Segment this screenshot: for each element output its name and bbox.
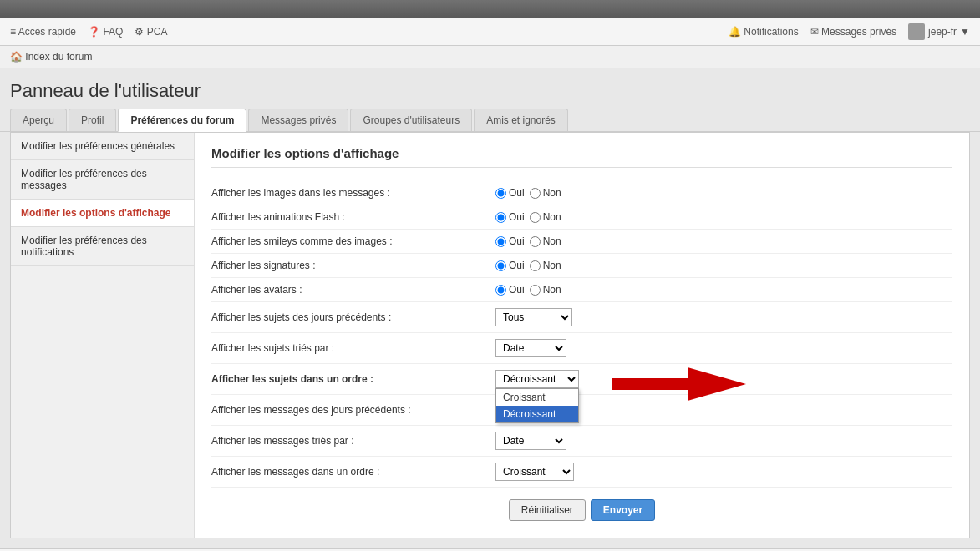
pca-link[interactable]: ⚙ PCA bbox=[135, 26, 167, 38]
tab-apercu[interactable]: Aperçu bbox=[10, 109, 67, 131]
row-avatars: Afficher les avatars : Oui Non bbox=[211, 278, 952, 302]
page-title: Panneau de l'utilisateur bbox=[0, 68, 980, 109]
section-title: Modifier les options d'affichage bbox=[211, 146, 952, 168]
radio-flash-non-label[interactable]: Non bbox=[530, 211, 561, 223]
top-nav-left: ≡ Accès rapide ❓ FAQ ⚙ PCA bbox=[10, 26, 167, 38]
tab-messages-prives[interactable]: Messages privés bbox=[248, 109, 348, 131]
row-images: Afficher les images dans les messages : … bbox=[211, 181, 952, 205]
select-sujets-ordre[interactable]: Croissant Décroissant bbox=[495, 370, 579, 388]
radio-smileys-oui-label[interactable]: Oui bbox=[495, 235, 525, 247]
label-avatars: Afficher les avatars : bbox=[211, 284, 495, 296]
select-sujets-jours-control: Tous 1 jour 7 jours 2 semaines 1 mois 3 … bbox=[495, 308, 572, 326]
messages-prives-link[interactable]: ✉ Messages privés bbox=[810, 26, 896, 38]
select-sujets-ordre-control: Croissant Décroissant Croissant Décroiss… bbox=[495, 370, 579, 388]
row-messages-jours: Afficher les messages des jours précéden… bbox=[211, 395, 952, 426]
form-buttons: Réinitialiser Envoyer bbox=[211, 488, 952, 524]
tab-groupes[interactable]: Groupes d'utilisateurs bbox=[350, 109, 472, 131]
radio-smileys-non-label[interactable]: Non bbox=[530, 235, 561, 247]
avatar bbox=[908, 23, 925, 40]
tab-preferences-forum[interactable]: Préférences du forum bbox=[118, 109, 246, 132]
row-flash: Afficher les animations Flash : Oui Non bbox=[211, 205, 952, 230]
radio-flash-non[interactable] bbox=[530, 212, 541, 223]
select-sujets-jours[interactable]: Tous 1 jour 7 jours 2 semaines 1 mois 3 … bbox=[495, 308, 572, 326]
top-navbar: ≡ Accès rapide ❓ FAQ ⚙ PCA 🔔 Notificatio… bbox=[0, 18, 980, 46]
radio-avatars-non[interactable] bbox=[530, 285, 541, 296]
label-images: Afficher les images dans les messages : bbox=[211, 187, 495, 199]
row-messages-ordre: Afficher les messages dans un ordre : Cr… bbox=[211, 457, 952, 488]
radio-images-non-label[interactable]: Non bbox=[530, 187, 561, 199]
sidebar-item-messages[interactable]: Modifier les préférences des messages bbox=[11, 160, 194, 200]
radio-avatars-oui-label[interactable]: Oui bbox=[495, 284, 525, 296]
breadcrumb: 🏠 Index du forum bbox=[0, 46, 980, 68]
row-messages-tries: Afficher les messages triés par : Date T… bbox=[211, 426, 952, 457]
radio-avatars: Oui Non bbox=[495, 284, 561, 296]
arrow-annotation bbox=[596, 363, 746, 405]
radio-avatars-non-label[interactable]: Non bbox=[530, 284, 561, 296]
select-sujets-tries[interactable]: Date Titre Auteur Réponses Vues bbox=[495, 339, 566, 357]
select-messages-tries-control: Date Titre Auteur Réponses Vues bbox=[495, 432, 566, 450]
user-menu[interactable]: jeep-fr ▼ bbox=[908, 23, 970, 40]
radio-images: Oui Non bbox=[495, 187, 561, 199]
radio-images-oui-label[interactable]: Oui bbox=[495, 187, 525, 199]
banner bbox=[0, 0, 980, 18]
radio-images-oui[interactable] bbox=[495, 188, 506, 199]
main-content: Modifier les préférences générales Modif… bbox=[10, 132, 970, 538]
breadcrumb-home-link[interactable]: Index du forum bbox=[25, 51, 92, 63]
home-icon: 🏠 bbox=[10, 51, 23, 63]
sidebar-item-notifications[interactable]: Modifier les préférences des notificatio… bbox=[11, 227, 194, 266]
top-nav-right: 🔔 Notifications ✉ Messages privés jeep-f… bbox=[729, 23, 970, 40]
radio-signatures-oui-label[interactable]: Oui bbox=[495, 260, 525, 271]
label-messages-jours: Afficher les messages des jours précéden… bbox=[211, 404, 495, 416]
row-sujets-ordre: Afficher les sujets dans un ordre : Croi… bbox=[211, 364, 952, 395]
radio-flash-oui-label[interactable]: Oui bbox=[495, 211, 525, 223]
radio-flash: Oui Non bbox=[495, 211, 561, 223]
quick-access-link[interactable]: ≡ Accès rapide bbox=[10, 26, 76, 38]
radio-avatars-oui[interactable] bbox=[495, 285, 506, 296]
row-sujets-tries: Afficher les sujets triés par : Date Tit… bbox=[211, 333, 952, 364]
banner-image bbox=[0, 0, 980, 18]
reset-button[interactable]: Réinitialiser bbox=[509, 499, 586, 521]
label-sujets-ordre: Afficher les sujets dans un ordre : bbox=[211, 373, 495, 385]
dropdown-sujets-ordre: Croissant Décroissant Croissant Décroiss… bbox=[495, 370, 579, 388]
select-messages-ordre[interactable]: Croissant Décroissant bbox=[495, 463, 574, 481]
submit-button[interactable]: Envoyer bbox=[591, 499, 655, 521]
sidebar-item-affichage[interactable]: Modifier les options d'affichage bbox=[11, 200, 194, 227]
dropdown-option-croissant[interactable]: Croissant bbox=[496, 389, 578, 406]
row-smileys: Afficher les smileys comme des images : … bbox=[211, 230, 952, 254]
question-icon: ❓ bbox=[88, 26, 100, 38]
radio-images-non[interactable] bbox=[530, 188, 541, 199]
tabs-bar: Aperçu Profil Préférences du forum Messa… bbox=[0, 109, 980, 132]
label-smileys: Afficher les smileys comme des images : bbox=[211, 235, 495, 247]
label-signatures: Afficher les signatures : bbox=[211, 260, 495, 271]
label-sujets-tries: Afficher les sujets triés par : bbox=[211, 342, 495, 354]
tab-profil[interactable]: Profil bbox=[69, 109, 116, 131]
dropdown-open-list: Croissant Décroissant bbox=[495, 388, 579, 423]
row-signatures: Afficher les signatures : Oui Non bbox=[211, 254, 952, 278]
radio-signatures-non-label[interactable]: Non bbox=[530, 260, 561, 271]
select-sujets-tries-control: Date Titre Auteur Réponses Vues bbox=[495, 339, 566, 357]
chevron-down-icon: ▼ bbox=[960, 26, 970, 38]
radio-smileys: Oui Non bbox=[495, 235, 561, 247]
label-messages-tries: Afficher les messages triés par : bbox=[211, 435, 495, 447]
label-flash: Afficher les animations Flash : bbox=[211, 211, 495, 223]
content-panel: Modifier les options d'affichage Affiche… bbox=[195, 133, 969, 538]
select-messages-tries[interactable]: Date Titre Auteur Réponses Vues bbox=[495, 432, 566, 450]
sidebar: Modifier les préférences générales Modif… bbox=[11, 133, 195, 538]
tab-amis-ignores[interactable]: Amis et ignorés bbox=[474, 109, 568, 131]
envelope-icon: ✉ bbox=[810, 26, 819, 38]
radio-smileys-oui[interactable] bbox=[495, 236, 506, 247]
row-sujets-jours: Afficher les sujets des jours précédents… bbox=[211, 302, 952, 333]
select-messages-ordre-control: Croissant Décroissant bbox=[495, 463, 574, 481]
label-messages-ordre: Afficher les messages dans un ordre : bbox=[211, 466, 495, 478]
svg-marker-0 bbox=[612, 367, 746, 401]
sidebar-item-general[interactable]: Modifier les préférences générales bbox=[11, 133, 194, 160]
radio-signatures-non[interactable] bbox=[530, 260, 541, 271]
radio-smileys-non[interactable] bbox=[530, 236, 541, 247]
notifications-link[interactable]: 🔔 Notifications bbox=[729, 26, 799, 38]
bell-icon: 🔔 bbox=[729, 26, 741, 38]
dropdown-option-decroissant[interactable]: Décroissant bbox=[496, 406, 578, 422]
radio-flash-oui[interactable] bbox=[495, 212, 506, 223]
faq-link[interactable]: ❓ FAQ bbox=[88, 26, 123, 38]
radio-signatures-oui[interactable] bbox=[495, 260, 506, 271]
red-arrow-svg bbox=[596, 363, 746, 405]
